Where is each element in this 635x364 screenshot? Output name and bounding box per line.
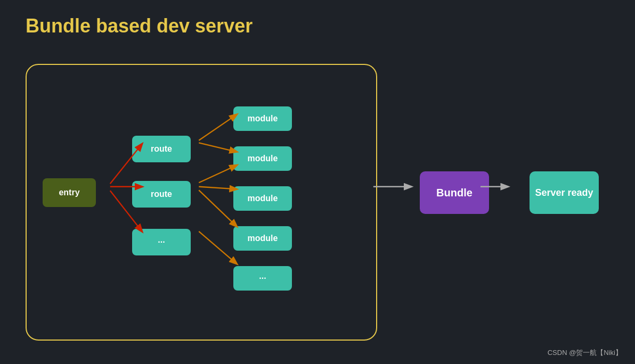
page-title: Bundle based dev server: [26, 15, 253, 37]
module-node-4: module: [233, 226, 292, 251]
diagram-area: entry route route ··· module module modu…: [26, 53, 609, 332]
watermark: CSDN @贺一航【Niki】: [548, 348, 622, 358]
bundle-node: Bundle: [420, 171, 489, 214]
dots-node-1: ···: [132, 229, 191, 255]
module-node-2: module: [233, 146, 292, 171]
dots-node-2: ···: [233, 266, 292, 291]
module-node-1: module: [233, 106, 292, 131]
module-node-3: module: [233, 186, 292, 211]
route-node-2: route: [132, 181, 191, 208]
server-ready-node: Server ready: [530, 171, 599, 214]
route-node-1: route: [132, 136, 191, 162]
entry-node: entry: [43, 178, 96, 207]
